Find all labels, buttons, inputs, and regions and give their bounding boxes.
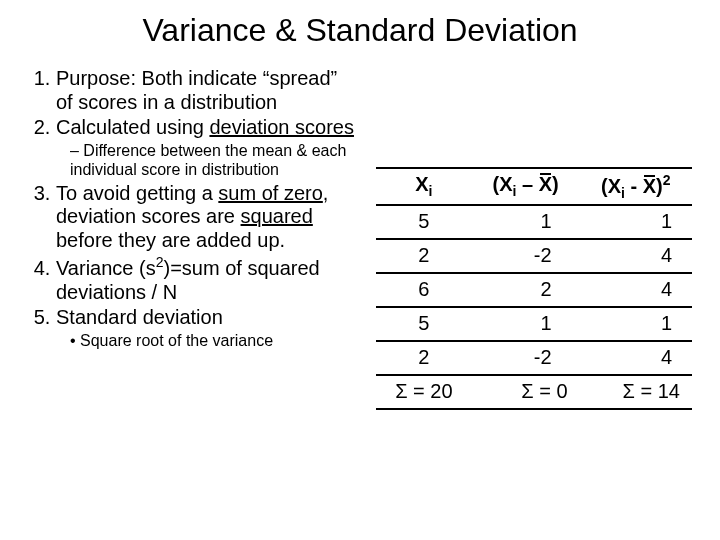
point-5: Standard deviation Square root of the va…: [56, 306, 358, 350]
table-row: 511: [376, 307, 692, 341]
point-4: Variance (s2)=sum of squared deviations …: [56, 254, 358, 304]
data-table-wrap: Xi (Xi – X) (Xi - X)2 511 2-24 624 511 2…: [376, 67, 692, 410]
table-row: 2-24: [376, 341, 692, 375]
point-5-sub: Square root of the variance: [70, 332, 358, 351]
table-row: 2-24: [376, 239, 692, 273]
point-2-sub: Difference between the mean & each indiv…: [70, 142, 358, 180]
col-sq: (Xi - X)2: [580, 168, 692, 205]
point-1: Purpose: Both indicate “spread” of score…: [56, 67, 358, 114]
col-dev: (Xi – X): [472, 168, 580, 205]
table-row: 624: [376, 273, 692, 307]
page-title: Variance & Standard Deviation: [28, 12, 692, 49]
table-row: 511: [376, 205, 692, 239]
point-3: To avoid getting a sum of zero, deviatio…: [56, 182, 358, 253]
table-sum-row: Σ = 20 Σ = 0 Σ = 14: [376, 375, 692, 409]
col-xi: Xi: [376, 168, 472, 205]
bullet-list: Purpose: Both indicate “spread” of score…: [28, 67, 358, 410]
point-2-underlined: deviation scores: [209, 116, 354, 138]
point-2: Calculated using deviation scores Differ…: [56, 116, 358, 179]
deviation-table: Xi (Xi – X) (Xi - X)2 511 2-24 624 511 2…: [376, 167, 692, 410]
content-columns: Purpose: Both indicate “spread” of score…: [28, 67, 692, 410]
point-2-text: Calculated using: [56, 116, 209, 138]
